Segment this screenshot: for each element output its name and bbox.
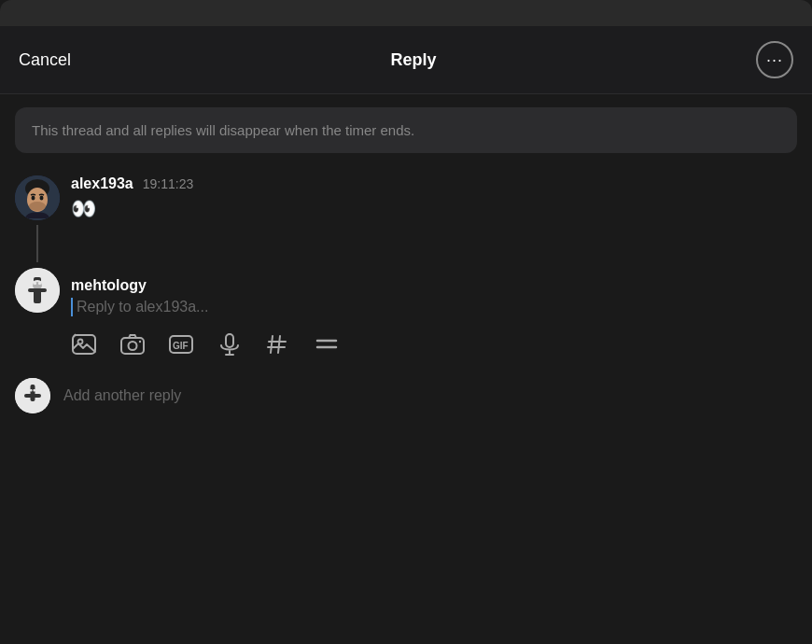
svg-rect-13 — [73, 335, 95, 354]
camera-button[interactable] — [119, 331, 146, 357]
add-another-reply-row[interactable]: Add another reply — [0, 367, 812, 425]
svg-line-24 — [278, 336, 280, 353]
svg-rect-15 — [121, 338, 144, 354]
input-toolbar: GIF — [0, 316, 812, 367]
thread-line-col — [15, 223, 60, 262]
top-bar-peek — [0, 0, 812, 26]
svg-rect-33 — [34, 389, 36, 392]
add-reply-avatar — [15, 378, 50, 413]
info-banner: This thread and all replies will disappe… — [15, 107, 797, 153]
mic-icon — [217, 331, 243, 357]
original-timestamp: 19:11:23 — [143, 176, 194, 191]
reply-input-row: mehtology Reply to alex193a... — [0, 268, 812, 316]
svg-rect-20 — [226, 334, 233, 347]
menu-lines-icon — [314, 331, 340, 357]
more-icon: ··· — [766, 50, 783, 70]
page-title: Reply — [391, 50, 437, 70]
reply-input-area[interactable]: mehtology Reply to alex193a... — [71, 268, 797, 316]
alex-avatar-image — [15, 175, 60, 220]
thread-line-area — [15, 223, 797, 262]
mehtology-avatar-image — [15, 268, 60, 313]
svg-rect-10 — [34, 282, 36, 285]
add-reply-avatar-image — [15, 378, 50, 413]
banner-text: This thread and all replies will disappe… — [32, 122, 414, 138]
gif-icon: GIF — [168, 331, 194, 357]
header: Cancel Reply ··· — [0, 26, 812, 94]
cancel-button[interactable]: Cancel — [19, 47, 71, 74]
svg-point-16 — [129, 342, 137, 350]
more-options-button[interactable]: ··· — [756, 41, 793, 78]
svg-point-3 — [32, 196, 35, 201]
more-toolbar-button[interactable] — [314, 331, 340, 357]
reply-text-input[interactable]: Reply to alex193a... — [71, 298, 797, 316]
hashtag-button[interactable] — [265, 331, 291, 357]
svg-rect-31 — [24, 394, 41, 398]
reply-username-label: mehtology — [71, 277, 797, 294]
svg-point-5 — [29, 202, 46, 211]
svg-text:GIF: GIF — [173, 340, 189, 350]
add-another-reply-label: Add another reply — [63, 387, 181, 404]
avatar-alex — [15, 175, 60, 220]
svg-rect-11 — [38, 282, 41, 285]
photo-icon — [71, 331, 97, 357]
svg-point-17 — [139, 340, 141, 342]
svg-rect-32 — [30, 389, 33, 392]
mic-button[interactable] — [217, 331, 243, 357]
original-message-content: alex193a 19:11:23 👀 — [71, 175, 797, 223]
svg-line-23 — [271, 336, 273, 353]
original-message: alex193a 19:11:23 👀 — [15, 175, 797, 223]
original-message-text: 👀 — [71, 196, 797, 223]
photo-picker-button[interactable] — [71, 331, 97, 357]
thread-container: alex193a 19:11:23 👀 — [0, 166, 812, 262]
camera-icon — [119, 331, 146, 357]
reply-placeholder: Reply to alex193a... — [77, 299, 208, 315]
message-header: alex193a 19:11:23 — [71, 175, 797, 192]
gif-button[interactable]: GIF — [168, 331, 194, 357]
thread-line — [36, 225, 38, 262]
text-cursor — [71, 298, 73, 316]
svg-rect-30 — [31, 385, 35, 401]
original-username: alex193a — [71, 175, 133, 192]
svg-rect-12 — [28, 288, 47, 292]
hashtag-icon — [265, 331, 291, 357]
avatar-mehtology — [15, 268, 60, 313]
svg-point-4 — [40, 196, 44, 201]
